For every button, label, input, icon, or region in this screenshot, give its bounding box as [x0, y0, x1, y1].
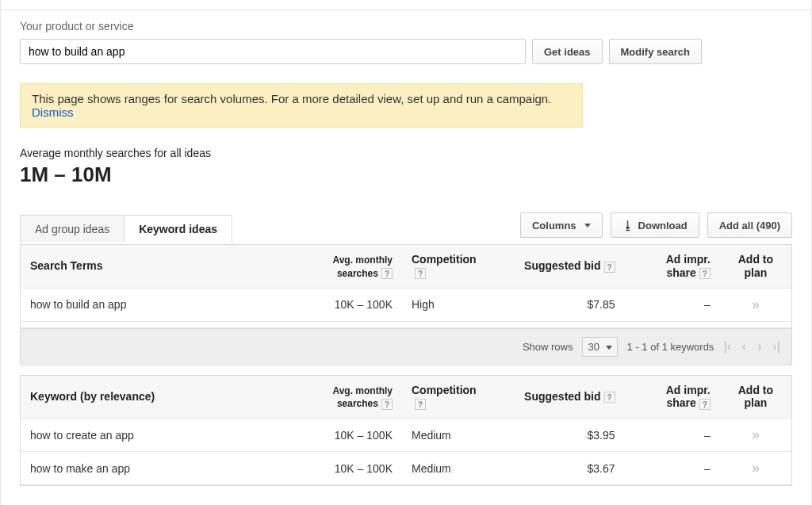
add-all-button[interactable]: Add all (490) [707, 212, 792, 238]
col-ad-impr-share[interactable]: Ad impr. share? [625, 245, 720, 288]
cell-competition: Medium [402, 452, 497, 485]
cell-term: how to make an app [21, 452, 315, 485]
col-suggested-bid[interactable]: Suggested bid? [497, 376, 624, 419]
col-ad-impr-share[interactable]: Ad impr. share? [625, 376, 720, 419]
pager-prev-icon[interactable]: ‹ [742, 339, 746, 354]
avg-monthly-label: Average monthly searches for all ideas [20, 147, 792, 159]
cell-term: how to create an app [21, 419, 315, 452]
col-add-to-plan: Add to plan [720, 245, 791, 288]
col-keyword-relevance[interactable]: Keyword (by relevance) [21, 376, 315, 419]
col-competition[interactable]: Competition? [402, 376, 497, 419]
pager: Show rows 30 1 - 1 of 1 keywords |‹ ‹ › … [20, 329, 792, 365]
columns-button[interactable]: Columns [520, 212, 603, 238]
help-icon[interactable]: ? [415, 399, 426, 410]
cell-competition: High [402, 288, 497, 321]
modify-search-button[interactable]: Modify search [609, 39, 702, 64]
add-to-plan-icon[interactable]: » [752, 427, 760, 442]
help-icon[interactable]: ? [699, 399, 710, 410]
help-icon[interactable]: ? [415, 268, 426, 279]
pager-first-icon[interactable]: |‹ [723, 339, 730, 354]
help-icon[interactable]: ? [604, 262, 615, 273]
cell-share: – [625, 452, 720, 485]
col-suggested-bid[interactable]: Suggested bid? [497, 245, 624, 288]
cell-competition: Medium [402, 419, 497, 452]
cell-term: how to build an app [21, 288, 315, 321]
pager-range: 1 - 1 of 1 keywords [627, 341, 714, 353]
get-ideas-button[interactable]: Get ideas [532, 39, 603, 64]
table-row: how to build an app 10K – 100K High $7.8… [21, 288, 791, 321]
download-button[interactable]: ⭳Download [611, 212, 699, 238]
col-search-terms[interactable]: Search Terms [21, 245, 315, 288]
avg-monthly-value: 1M – 10M [20, 163, 792, 187]
cell-avg: 10K – 100K [315, 452, 402, 485]
dismiss-link[interactable]: Dismiss [32, 105, 74, 119]
show-rows-label: Show rows [523, 341, 573, 353]
chevron-down-icon [584, 224, 591, 228]
add-to-plan-icon[interactable]: » [752, 296, 760, 312]
download-icon: ⭳ [622, 219, 634, 231]
col-avg-monthly[interactable]: Avg. monthlysearches? [315, 376, 402, 419]
keyword-relevance-table: Keyword (by relevance) Avg. monthlysearc… [20, 375, 792, 487]
cell-avg: 10K – 100K [315, 419, 402, 452]
tab-keyword-ideas[interactable]: Keyword ideas [124, 215, 232, 243]
notice-banner: This page shows ranges for search volume… [20, 83, 583, 128]
help-icon[interactable]: ? [699, 268, 710, 279]
show-rows-select[interactable]: 30 [582, 337, 617, 357]
chevron-down-icon [606, 346, 612, 350]
pager-next-icon[interactable]: › [757, 339, 761, 354]
search-input[interactable] [20, 39, 526, 64]
product-label: Your product or service [20, 20, 792, 33]
cell-bid: $3.95 [497, 419, 624, 452]
col-competition[interactable]: Competition? [402, 245, 497, 288]
cell-share: – [625, 288, 720, 321]
pager-last-icon[interactable]: ›| [773, 339, 780, 354]
table-row: how to make an app 10K – 100K Medium $3.… [21, 452, 791, 485]
cell-share: – [625, 419, 720, 452]
help-icon[interactable]: ? [381, 399, 393, 410]
cell-bid: $7.85 [497, 288, 624, 321]
search-terms-table: Search Terms Avg. monthlysearches? Compe… [20, 245, 792, 329]
add-to-plan-icon[interactable]: » [752, 460, 760, 476]
table-row: how to create an app 10K – 100K Medium $… [21, 419, 791, 452]
tab-ad-group-ideas[interactable]: Ad group ideas [20, 215, 124, 243]
help-icon[interactable]: ? [381, 268, 393, 279]
cell-bid: $3.67 [497, 452, 624, 485]
col-avg-monthly[interactable]: Avg. monthlysearches? [315, 245, 402, 288]
col-add-to-plan: Add to plan [720, 376, 791, 419]
notice-text: This page shows ranges for search volume… [32, 92, 551, 105]
help-icon[interactable]: ? [604, 392, 615, 403]
cell-avg: 10K – 100K [315, 288, 402, 321]
